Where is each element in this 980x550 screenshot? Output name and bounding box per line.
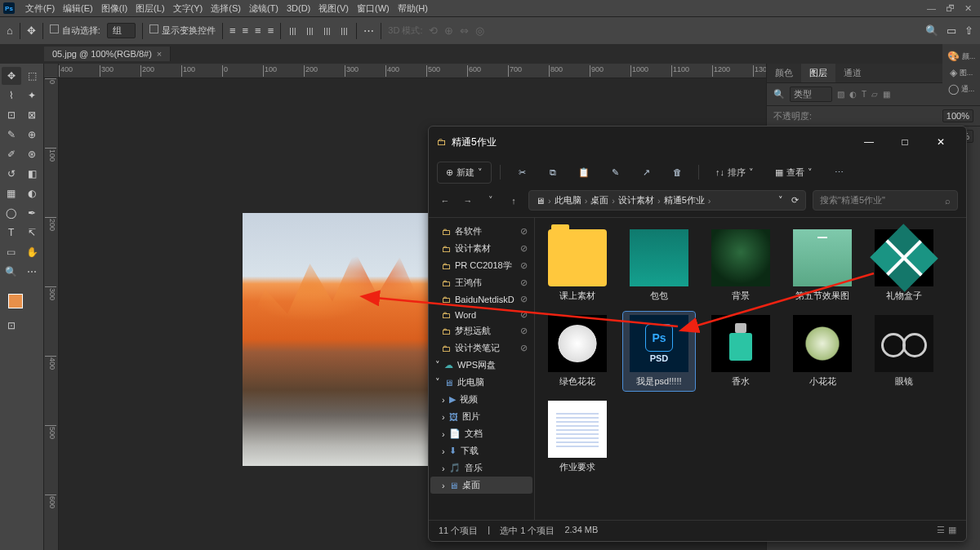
share-icon[interactable]: ⇧ bbox=[964, 24, 973, 37]
dock-color-icon[interactable]: 🎨颜... bbox=[947, 51, 976, 62]
home-icon[interactable]: ⌂ bbox=[7, 24, 13, 37]
tree-item[interactable]: 🗀PR CC2018学⊘ bbox=[430, 257, 532, 274]
menu-item[interactable]: 文字(Y) bbox=[169, 2, 207, 15]
up-button[interactable]: ↑ bbox=[506, 196, 522, 206]
wand-tool[interactable]: ✦ bbox=[23, 86, 42, 104]
menu-item[interactable]: 图像(I) bbox=[97, 2, 131, 15]
tree-item[interactable]: › 🎵 音乐 bbox=[430, 459, 532, 477]
document-tab[interactable]: 05.jpg @ 100%(RGB/8#) × bbox=[44, 47, 171, 61]
explorer-titlebar[interactable]: 🗀 精通5作业 — □ ✕ bbox=[429, 126, 966, 157]
tree-item[interactable]: › ▶ 视频 bbox=[430, 391, 532, 408]
file-item[interactable]: 小花花 bbox=[786, 312, 858, 391]
align-icon[interactable]: ≡ bbox=[255, 24, 261, 37]
close-icon[interactable]: ✕ bbox=[964, 3, 972, 14]
align-icon[interactable]: ≡ bbox=[243, 24, 249, 37]
chevron-down-icon[interactable]: ˅ bbox=[483, 195, 499, 206]
distribute-icon[interactable]: ⫼ bbox=[322, 24, 332, 37]
layer-kind-filter[interactable]: 类型 bbox=[790, 86, 832, 102]
dodge-tool[interactable]: ◯ bbox=[2, 204, 21, 222]
background-color[interactable] bbox=[17, 303, 32, 317]
file-item[interactable]: 眼镜 bbox=[868, 312, 940, 391]
foreground-color[interactable] bbox=[8, 294, 23, 308]
menu-item[interactable]: 帮助(H) bbox=[394, 2, 432, 15]
filter-adjust-icon[interactable]: ◐ bbox=[849, 90, 857, 99]
dock-layers-icon[interactable]: ◈图... bbox=[950, 67, 973, 78]
tree-item[interactable]: 🗀设计素材⊘ bbox=[430, 240, 532, 257]
file-item[interactable]: 礼物盒子 bbox=[868, 226, 940, 305]
workspace-icon[interactable]: ▭ bbox=[947, 24, 956, 37]
maximize-icon[interactable]: 🗗 bbox=[946, 3, 955, 14]
stamp-tool[interactable]: ⊛ bbox=[23, 145, 42, 163]
type-tool[interactable]: T bbox=[2, 224, 21, 242]
auto-select-dropdown[interactable]: 组 bbox=[107, 23, 136, 38]
refresh-icon[interactable]: ⟳ bbox=[791, 195, 799, 206]
minimize-button[interactable]: — bbox=[852, 131, 886, 153]
tree-item[interactable]: › 🖥 桌面 bbox=[430, 477, 532, 494]
file-item[interactable]: 包包 bbox=[623, 226, 695, 305]
forward-button[interactable]: → bbox=[460, 196, 476, 206]
gradient-tool[interactable]: ▦ bbox=[2, 184, 21, 202]
tree-item[interactable]: 🗀设计类笔记⊘ bbox=[430, 339, 532, 357]
details-view-icon[interactable]: ☰ bbox=[937, 525, 945, 537]
crop-tool[interactable]: ⊡ bbox=[2, 106, 21, 124]
brush-tool[interactable]: ✐ bbox=[2, 145, 21, 163]
tree-item[interactable]: 🗀各软件⊘ bbox=[430, 223, 532, 240]
panel-tab-layers[interactable]: 图层 bbox=[801, 64, 835, 82]
blur-tool[interactable]: ◐ bbox=[23, 184, 42, 202]
file-item[interactable]: 课上素材 bbox=[541, 226, 613, 305]
address-bar[interactable]: 🖥› 此电脑› 桌面› 设计素材› 精通5作业› ˅ ⟳ bbox=[528, 190, 806, 211]
cut-icon[interactable]: ✂ bbox=[509, 161, 535, 184]
eraser-tool[interactable]: ◧ bbox=[23, 165, 42, 183]
auto-select-checkbox[interactable]: 自动选择: bbox=[50, 24, 100, 37]
heal-tool[interactable]: ⊕ bbox=[23, 126, 42, 144]
file-item[interactable]: 绿色花花 bbox=[541, 312, 613, 391]
show-transform-checkbox[interactable]: 显示变换控件 bbox=[149, 24, 216, 37]
back-button[interactable]: ← bbox=[437, 196, 453, 206]
menu-item[interactable]: 窗口(W) bbox=[353, 2, 394, 15]
filter-type-icon[interactable]: T bbox=[862, 90, 866, 99]
more-icon[interactable]: ⋯ bbox=[363, 24, 374, 37]
tree-item[interactable]: 🗀王鸿伟⊘ bbox=[430, 274, 532, 291]
tree-item[interactable]: › ⬇ 下载 bbox=[430, 442, 532, 459]
rename-icon[interactable]: ✎ bbox=[602, 161, 628, 184]
distribute-icon[interactable]: ⫼ bbox=[287, 24, 298, 37]
panel-tab-channels[interactable]: 通道 bbox=[835, 64, 870, 82]
frame-tool[interactable]: ⊠ bbox=[23, 106, 42, 124]
close-button[interactable]: ✕ bbox=[924, 131, 958, 153]
more-icon[interactable]: ⋯ bbox=[826, 161, 852, 184]
tree-item-thispc[interactable]: ˅ 🖥 此电脑 bbox=[430, 374, 532, 391]
menu-item[interactable]: 滤镜(T) bbox=[245, 2, 283, 15]
hand-tool[interactable]: ✋ bbox=[23, 243, 42, 261]
move-tool[interactable]: ✥ bbox=[2, 67, 21, 85]
file-item[interactable]: 背景 bbox=[705, 226, 777, 305]
close-tab-icon[interactable]: × bbox=[157, 49, 162, 59]
opacity-value[interactable]: 100% bbox=[942, 109, 973, 122]
edit-toolbar[interactable]: ⋯ bbox=[23, 263, 42, 281]
lasso-tool[interactable]: ⌇ bbox=[2, 86, 21, 104]
search-input[interactable]: 搜索"精通5作业" ⌕ bbox=[813, 190, 958, 211]
eyedrop-tool[interactable]: ✎ bbox=[2, 126, 21, 144]
history-brush-tool[interactable]: ↺ bbox=[2, 165, 21, 183]
new-button[interactable]: ⊕ 新建 ˅ bbox=[437, 162, 492, 184]
tree-item[interactable]: 🗀Word⊘ bbox=[430, 307, 532, 322]
maximize-button[interactable]: □ bbox=[888, 131, 922, 153]
tree-item[interactable]: › 📄 文档 bbox=[430, 425, 532, 442]
panel-tab-color[interactable]: 颜色 bbox=[767, 64, 801, 82]
file-item[interactable]: 作业要求 bbox=[541, 397, 613, 477]
search-icon[interactable]: 🔍 bbox=[925, 24, 938, 37]
thumb-view-icon[interactable]: ▦ bbox=[948, 525, 956, 537]
menu-item[interactable]: 编辑(E) bbox=[59, 2, 97, 15]
dock-channels-icon[interactable]: ◯通... bbox=[948, 83, 975, 95]
menu-item[interactable]: 图层(L) bbox=[131, 2, 168, 15]
filter-smart-icon[interactable]: ▦ bbox=[883, 90, 890, 99]
tree-item-wps[interactable]: ˅ ☁ WPS网盘 bbox=[430, 357, 532, 374]
menu-item[interactable]: 3D(D) bbox=[283, 3, 314, 13]
align-icon[interactable]: ≡ bbox=[229, 24, 236, 37]
slide-icon[interactable]: ⇔ bbox=[460, 24, 469, 37]
view-button[interactable]: ▦ 查看 ˅ bbox=[767, 162, 821, 183]
paste-icon[interactable]: 📋 bbox=[571, 161, 597, 184]
file-item[interactable]: 第五节效果图 bbox=[786, 226, 858, 305]
file-item[interactable]: 香水 bbox=[705, 312, 777, 391]
shape-tool[interactable]: ▭ bbox=[2, 243, 21, 261]
tree-item[interactable]: 🗀梦想远航⊘ bbox=[430, 322, 532, 339]
